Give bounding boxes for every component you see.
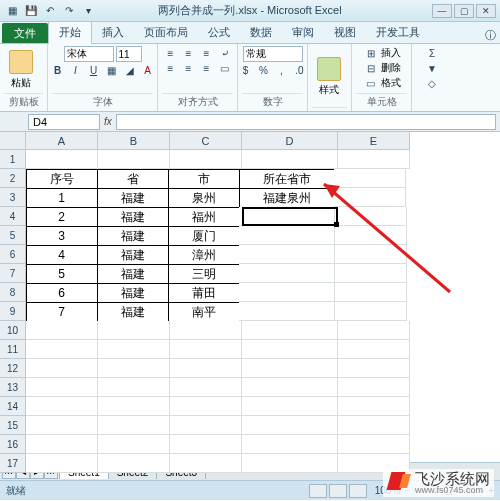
cell-C6[interactable]: 漳州 bbox=[168, 245, 240, 265]
cell-A5[interactable]: 3 bbox=[26, 226, 98, 246]
cell-E12[interactable] bbox=[338, 359, 410, 378]
percent-button[interactable]: % bbox=[256, 63, 272, 77]
formula-bar[interactable] bbox=[116, 114, 496, 130]
cell-D17[interactable] bbox=[242, 454, 338, 473]
cell-A6[interactable]: 4 bbox=[26, 245, 98, 265]
cell-B15[interactable] bbox=[98, 416, 170, 435]
tab-insert[interactable]: 插入 bbox=[92, 22, 134, 43]
delete-cells-button[interactable]: ⊟ bbox=[363, 61, 379, 75]
cell-E15[interactable] bbox=[338, 416, 410, 435]
cell-B17[interactable] bbox=[98, 454, 170, 473]
number-format-select[interactable] bbox=[243, 46, 303, 62]
autosum-button[interactable]: Σ bbox=[424, 46, 440, 60]
cell-A2[interactable]: 序号 bbox=[26, 169, 98, 189]
cell-D9[interactable] bbox=[239, 302, 335, 321]
row-header-8[interactable]: 8 bbox=[0, 283, 26, 302]
cell-D12[interactable] bbox=[242, 359, 338, 378]
fx-icon[interactable]: fx bbox=[104, 116, 112, 127]
excel-icon[interactable]: ▦ bbox=[4, 3, 20, 19]
cell-E4[interactable] bbox=[335, 207, 407, 226]
tab-layout[interactable]: 页面布局 bbox=[134, 22, 198, 43]
cell-B13[interactable] bbox=[98, 378, 170, 397]
redo-icon[interactable]: ↷ bbox=[61, 3, 77, 19]
cell-C16[interactable] bbox=[170, 435, 242, 454]
row-header-4[interactable]: 4 bbox=[0, 207, 26, 226]
cell-A9[interactable]: 7 bbox=[26, 302, 98, 322]
cell-D13[interactable] bbox=[242, 378, 338, 397]
align-right-button[interactable]: ≡ bbox=[199, 61, 215, 75]
cell-D14[interactable] bbox=[242, 397, 338, 416]
font-size-select[interactable] bbox=[116, 46, 142, 62]
cell-A8[interactable]: 6 bbox=[26, 283, 98, 303]
select-all-corner[interactable] bbox=[0, 132, 26, 150]
cell-C5[interactable]: 厦门 bbox=[168, 226, 240, 246]
row-header-16[interactable]: 16 bbox=[0, 435, 26, 454]
cell-B3[interactable]: 福建 bbox=[97, 188, 169, 208]
cell-E14[interactable] bbox=[338, 397, 410, 416]
cell-C11[interactable] bbox=[170, 340, 242, 359]
cell-D1[interactable] bbox=[242, 150, 338, 169]
cell-C15[interactable] bbox=[170, 416, 242, 435]
border-button[interactable]: ▦ bbox=[104, 63, 120, 77]
cell-E10[interactable] bbox=[338, 321, 410, 340]
qat-dropdown-icon[interactable]: ▾ bbox=[80, 3, 96, 19]
cell-D3[interactable]: 福建泉州 bbox=[239, 188, 335, 208]
tab-review[interactable]: 审阅 bbox=[282, 22, 324, 43]
col-header-A[interactable]: A bbox=[26, 132, 98, 150]
cell-B8[interactable]: 福建 bbox=[97, 283, 169, 303]
font-color-button[interactable]: A bbox=[140, 63, 156, 77]
view-layout-button[interactable] bbox=[329, 484, 347, 498]
tab-formulas[interactable]: 公式 bbox=[198, 22, 240, 43]
save-icon[interactable]: 💾 bbox=[23, 3, 39, 19]
cell-C1[interactable] bbox=[170, 150, 242, 169]
cell-B14[interactable] bbox=[98, 397, 170, 416]
cell-A17[interactable] bbox=[26, 454, 98, 473]
currency-button[interactable]: $ bbox=[238, 63, 254, 77]
cell-C14[interactable] bbox=[170, 397, 242, 416]
row-header-3[interactable]: 3 bbox=[0, 188, 26, 207]
cell-C7[interactable]: 三明 bbox=[168, 264, 240, 284]
row-header-14[interactable]: 14 bbox=[0, 397, 26, 416]
maximize-button[interactable]: ▢ bbox=[454, 4, 474, 18]
cell-E2[interactable] bbox=[334, 169, 406, 188]
tab-home[interactable]: 开始 bbox=[48, 21, 92, 44]
cell-D15[interactable] bbox=[242, 416, 338, 435]
cell-B6[interactable]: 福建 bbox=[97, 245, 169, 265]
row-header-1[interactable]: 1 bbox=[0, 150, 26, 169]
cell-D11[interactable] bbox=[242, 340, 338, 359]
cell-A11[interactable] bbox=[26, 340, 98, 359]
cell-E13[interactable] bbox=[338, 378, 410, 397]
undo-icon[interactable]: ↶ bbox=[42, 3, 58, 19]
clear-button[interactable]: ◇ bbox=[424, 76, 440, 90]
cell-D5[interactable] bbox=[239, 226, 335, 245]
cell-D16[interactable] bbox=[242, 435, 338, 454]
cell-B2[interactable]: 省 bbox=[97, 169, 169, 189]
cell-E3[interactable] bbox=[334, 188, 406, 207]
cell-D8[interactable] bbox=[239, 283, 335, 302]
tab-dev[interactable]: 开发工具 bbox=[366, 22, 430, 43]
row-header-5[interactable]: 5 bbox=[0, 226, 26, 245]
cell-A16[interactable] bbox=[26, 435, 98, 454]
tab-file[interactable]: 文件 bbox=[2, 23, 48, 43]
help-icon[interactable]: ⓘ bbox=[485, 28, 496, 43]
insert-cells-button[interactable]: ⊞ bbox=[363, 46, 379, 60]
col-header-E[interactable]: E bbox=[338, 132, 410, 150]
cell-C8[interactable]: 莆田 bbox=[168, 283, 240, 303]
cell-B16[interactable] bbox=[98, 435, 170, 454]
cell-E8[interactable] bbox=[335, 283, 407, 302]
cell-D7[interactable] bbox=[239, 264, 335, 283]
cell-E11[interactable] bbox=[338, 340, 410, 359]
cell-B11[interactable] bbox=[98, 340, 170, 359]
align-bot-button[interactable]: ≡ bbox=[199, 46, 215, 60]
format-cells-button[interactable]: ▭ bbox=[363, 76, 379, 90]
cell-A3[interactable]: 1 bbox=[26, 188, 98, 208]
row-header-11[interactable]: 11 bbox=[0, 340, 26, 359]
cell-A1[interactable] bbox=[26, 150, 98, 169]
col-header-B[interactable]: B bbox=[98, 132, 170, 150]
align-mid-button[interactable]: ≡ bbox=[181, 46, 197, 60]
cell-D4[interactable] bbox=[239, 207, 335, 226]
cell-E5[interactable] bbox=[335, 226, 407, 245]
row-header-6[interactable]: 6 bbox=[0, 245, 26, 264]
cell-C4[interactable]: 福州 bbox=[168, 207, 240, 227]
cell-E9[interactable] bbox=[335, 302, 407, 321]
